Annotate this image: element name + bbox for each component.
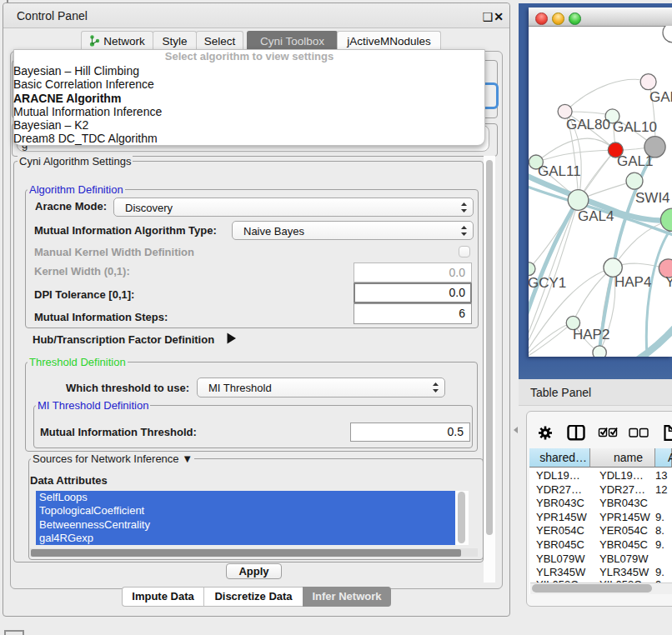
svg-text:GAL7: GAL7: [649, 89, 672, 105]
svg-text:GAL10: GAL10: [613, 119, 657, 135]
svg-text:GAL11: GAL11: [538, 163, 581, 179]
svg-text:HAP4: HAP4: [614, 274, 651, 290]
svg-text:Y: Y: [665, 274, 672, 290]
svg-text:SWI4: SWI4: [635, 190, 670, 206]
svg-text:GAL4: GAL4: [578, 208, 614, 224]
svg-text:GAL1: GAL1: [617, 153, 653, 169]
svg-text:GAL80: GAL80: [566, 117, 610, 132]
svg-text:GCY1: GCY1: [529, 275, 566, 291]
svg-text:HAP2: HAP2: [573, 327, 609, 342]
